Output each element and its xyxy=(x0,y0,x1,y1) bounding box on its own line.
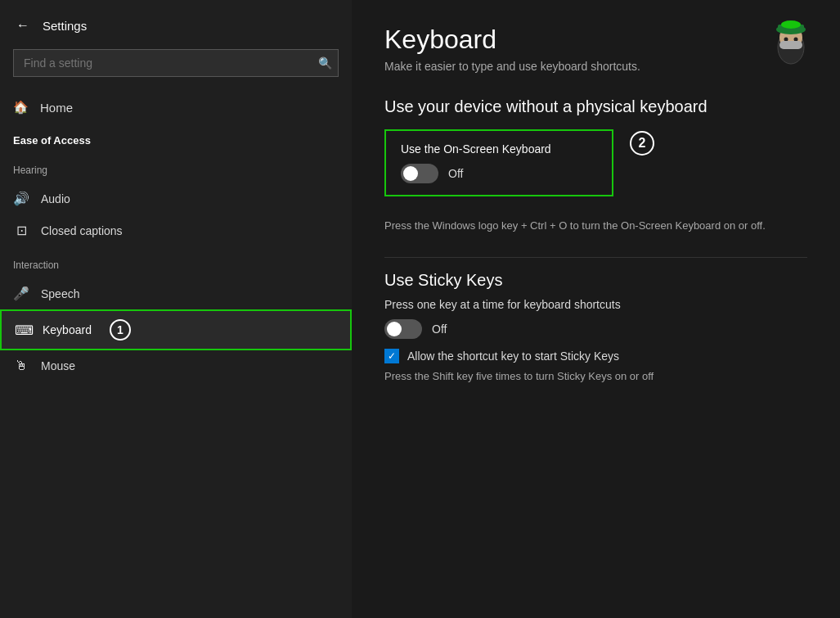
speech-icon: 🎤 xyxy=(13,286,29,301)
closed-captions-icon: ⊡ xyxy=(13,223,29,238)
sidebar-item-audio[interactable]: 🔊 Audio xyxy=(0,183,352,214)
keyboard-icon: ⌨ xyxy=(15,323,31,338)
osk-toggle-row: Off xyxy=(401,164,597,183)
sidebar-item-closed-captions-label: Closed captions xyxy=(41,224,123,237)
sticky-toggle-thumb xyxy=(387,322,402,336)
ease-of-access-label: Ease of Access xyxy=(0,124,352,151)
osk-toggle-state: Off xyxy=(448,167,463,180)
home-label: Home xyxy=(40,101,73,115)
sticky-desc: Press one key at a time for keyboard sho… xyxy=(384,298,807,311)
sidebar-item-mouse[interactable]: 🖱 Mouse xyxy=(0,350,352,381)
sidebar: ← Settings 🔍 🏠 Home Ease of Access Heari… xyxy=(0,0,352,618)
page-subtitle: Make it easier to type and use keyboard … xyxy=(384,60,807,73)
audio-icon: 🔊 xyxy=(13,191,29,206)
mouse-icon: 🖱 xyxy=(13,359,29,373)
osk-toggle-box: Use the On-Screen Keyboard Off xyxy=(384,129,613,196)
osk-hint: Press the Windows logo key + Ctrl + O to… xyxy=(384,218,807,234)
sidebar-item-mouse-label: Mouse xyxy=(41,359,75,372)
search-box: 🔍 xyxy=(13,49,339,77)
sidebar-item-keyboard-label: Keyboard xyxy=(43,323,92,336)
sidebar-item-keyboard[interactable]: ⌨ Keyboard 1 xyxy=(0,309,352,350)
osk-toggle-thumb xyxy=(403,166,418,181)
osk-toggle-label: Use the On-Screen Keyboard xyxy=(401,142,597,156)
osk-section-title: Use your device without a physical keybo… xyxy=(384,97,807,116)
search-icon[interactable]: 🔍 xyxy=(318,56,332,70)
search-input[interactable] xyxy=(13,49,339,77)
interaction-section-label: Interaction xyxy=(0,246,352,277)
sidebar-item-speech[interactable]: 🎤 Speech xyxy=(0,277,352,309)
sticky-keys-title: Use Sticky Keys xyxy=(384,271,807,290)
osk-toggle-button[interactable] xyxy=(401,164,438,183)
svg-rect-7 xyxy=(779,41,802,49)
sticky-checkbox-label: Allow the shortcut key to start Sticky K… xyxy=(407,350,619,363)
sidebar-item-closed-captions[interactable]: ⊡ Closed captions xyxy=(0,214,352,246)
svg-point-6 xyxy=(794,38,798,42)
page-title: Keyboard xyxy=(384,25,807,55)
checkmark-icon: ✓ xyxy=(388,350,396,362)
sticky-toggle-state: Off xyxy=(432,323,447,336)
sidebar-item-home[interactable]: 🏠 Home xyxy=(0,90,352,124)
sidebar-title: Settings xyxy=(43,19,87,33)
sticky-toggle-button[interactable] xyxy=(384,319,422,339)
sticky-keys-section: Use Sticky Keys Press one key at a time … xyxy=(384,271,807,382)
sidebar-item-audio-label: Audio xyxy=(41,192,70,205)
sticky-toggle-track xyxy=(384,319,422,339)
sidebar-header: ← Settings xyxy=(0,0,352,46)
osk-toggle-track xyxy=(401,164,438,183)
sticky-checkbox-row: ✓ Allow the shortcut key to start Sticky… xyxy=(384,349,807,363)
badge-2: 2 xyxy=(630,131,654,156)
avatar-svg xyxy=(766,16,815,70)
hearing-section-label: Hearing xyxy=(0,151,352,183)
main-content: Keyboard Make it easier to type and use … xyxy=(352,0,840,618)
sticky-note: Press the Shift key five times to turn S… xyxy=(384,370,807,382)
avatar xyxy=(766,16,815,73)
sidebar-item-speech-label: Speech xyxy=(41,287,79,300)
back-button[interactable]: ← xyxy=(13,15,33,36)
badge-1: 1 xyxy=(110,319,131,341)
divider-1 xyxy=(384,257,807,258)
home-icon: 🏠 xyxy=(13,100,29,115)
sticky-checkbox[interactable]: ✓ xyxy=(384,349,399,363)
svg-point-4 xyxy=(781,20,801,29)
sticky-toggle-row: Off xyxy=(384,319,807,339)
svg-point-5 xyxy=(784,38,788,42)
